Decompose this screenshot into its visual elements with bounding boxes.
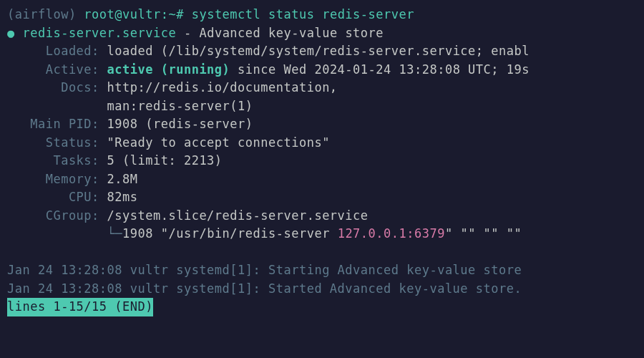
pager-line[interactable]: lines 1-15/15 (END) [7, 298, 637, 316]
cgroup-line: CGroup: /system.slice/redis-server.servi… [7, 207, 637, 226]
loaded-line: Loaded: loaded (/lib/systemd/system/redi… [7, 42, 637, 61]
prompt-path: :~# [161, 7, 192, 21]
memory-value: 2.8M [107, 172, 138, 186]
loaded-label: Loaded: [7, 44, 107, 58]
cgroup-binary: "/usr/bin/redis-server [161, 226, 338, 241]
status-line: Status: "Ready to accept connections" [7, 134, 637, 153]
prompt-env: (airflow) [7, 7, 84, 21]
memory-line: Memory: 2.8M [7, 170, 637, 189]
cgroup-address: 127.0.0.1:6379 [338, 226, 445, 241]
docs-man: man:redis-server(1) [107, 99, 253, 113]
tasks-line: Tasks: 5 (limit: 2213) [7, 152, 637, 170]
blank-line [7, 243, 637, 262]
service-header-line: ● redis-server.service - Advanced key-va… [7, 24, 637, 43]
cgroup-indent [7, 226, 107, 241]
cpu-label: CPU: [7, 190, 107, 204]
log-line-2: Jan 24 13:28:08 vultr systemd[1]: Starte… [7, 280, 637, 299]
cgroup-value: /system.slice/redis-server.service [107, 208, 369, 223]
tasks-value: 5 (limit: 2213) [107, 153, 223, 168]
cgroup-trailing: " "" "" "" [445, 226, 522, 241]
tree-branch-icon: └─ [107, 226, 122, 241]
mainpid-value: 1908 (redis-server) [107, 117, 253, 131]
cpu-value: 82ms [107, 190, 138, 204]
cgroup-pid: 1908 [122, 226, 161, 241]
status-label: Status: [7, 135, 107, 150]
docs-label: Docs: [7, 80, 107, 95]
docs-man-line: man:redis-server(1) [7, 97, 637, 116]
docs-line: Docs: http://redis.io/documentation, [7, 79, 637, 97]
log-line-1: Jan 24 13:28:08 vultr systemd[1]: Starti… [7, 261, 637, 280]
prompt-line[interactable]: (airflow) root@vultr:~# systemctl status… [7, 6, 637, 24]
mainpid-line: Main PID: 1908 (redis-server) [7, 115, 637, 134]
cpu-line: CPU: 82ms [7, 188, 637, 207]
active-status: active (running) [107, 62, 230, 77]
command-text: systemctl status redis-server [192, 7, 414, 21]
pager-status: lines 1-15/15 (END) [7, 298, 153, 316]
service-separator: - [176, 26, 199, 40]
prompt-userhost: root@vultr [84, 7, 160, 21]
status-value: "Ready to accept connections" [107, 135, 330, 150]
cgroup-tree-line: └─1908 "/usr/bin/redis-server 127.0.0.1:… [7, 225, 637, 243]
docs-url: http://redis.io/documentation, [107, 80, 338, 95]
tasks-label: Tasks: [7, 153, 107, 168]
active-line: Active: active (running) since Wed 2024-… [7, 61, 637, 79]
mainpid-label: Main PID: [7, 117, 107, 131]
service-description: Advanced key-value store [199, 26, 384, 40]
cgroup-label: CGroup: [7, 208, 107, 223]
memory-label: Memory: [7, 172, 107, 186]
docs-indent [7, 99, 107, 113]
status-bullet-icon: ● [7, 26, 15, 40]
active-since: since Wed 2024-01-24 13:28:08 UTC; 19s [230, 62, 530, 77]
loaded-value: loaded (/lib/systemd/system/redis-server… [107, 44, 530, 58]
active-label: Active: [7, 62, 107, 77]
service-name: redis-server.service [23, 26, 177, 40]
